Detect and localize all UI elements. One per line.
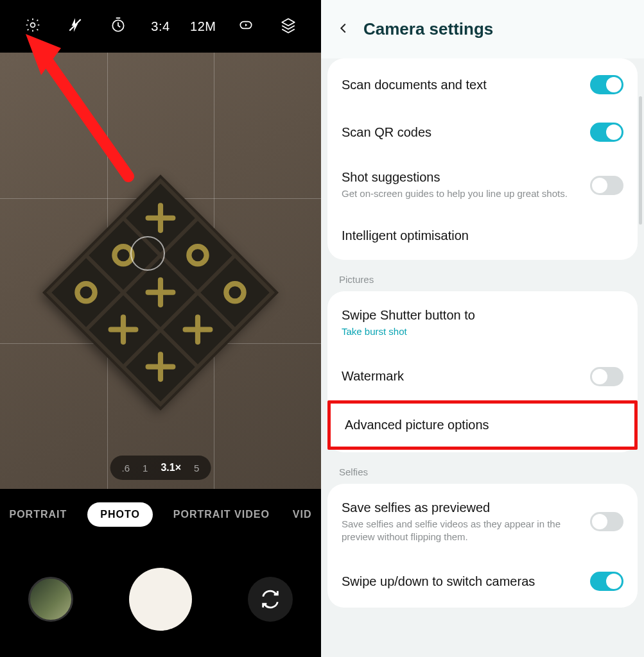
row-subtitle: Save selfies and selfie videos as they a… xyxy=(342,518,581,544)
row-save-selfies-previewed[interactable]: Save selfies as previewed Save selfies a… xyxy=(327,486,638,558)
shutter-button[interactable] xyxy=(129,568,192,631)
switch-camera-button[interactable] xyxy=(248,577,293,622)
gallery-thumbnail[interactable] xyxy=(28,577,73,622)
section-label-selfies: Selfies xyxy=(321,452,644,484)
shutter-row xyxy=(0,561,321,638)
back-icon[interactable] xyxy=(336,21,351,38)
svg-point-14 xyxy=(74,280,99,305)
section-label-pictures: Pictures xyxy=(321,260,644,291)
row-title: Scan QR codes xyxy=(342,125,581,140)
toggle[interactable] xyxy=(590,572,623,591)
mode-portrait[interactable]: PORTRAIT xyxy=(6,502,69,527)
timer-icon[interactable] xyxy=(102,17,134,37)
row-title: Swipe Shutter button to xyxy=(342,308,623,323)
row-title: Advanced picture options xyxy=(345,418,620,432)
row-title: Shot suggestions xyxy=(342,170,581,185)
svg-point-0 xyxy=(31,22,35,27)
toggle[interactable] xyxy=(590,176,623,195)
toggle[interactable] xyxy=(590,75,623,94)
row-subtitle: Take burst shot xyxy=(342,325,623,338)
settings-group-general: Scan documents and text Scan QR codes Sh… xyxy=(327,58,638,260)
camera-screen: 3:4 12M ​.6 1 3.1× 5 xyxy=(0,0,321,657)
zoom-option-active[interactable]: 3.1× xyxy=(161,462,181,474)
focus-indicator xyxy=(130,236,165,271)
row-scan-qr[interactable]: Scan QR codes xyxy=(327,108,638,156)
row-title: Scan documents and text xyxy=(342,78,581,92)
flash-icon[interactable] xyxy=(59,17,91,37)
row-title: Swipe up/down to switch cameras xyxy=(342,574,581,589)
row-title: Watermark xyxy=(342,369,581,384)
scrollbar[interactable] xyxy=(639,96,642,225)
mode-video-clipped[interactable]: VID xyxy=(290,502,315,527)
row-advanced-picture-options[interactable]: Advanced picture options xyxy=(327,400,638,450)
svg-marker-4 xyxy=(245,23,247,26)
settings-header: Camera settings xyxy=(321,0,644,58)
page-title: Camera settings xyxy=(363,19,493,39)
row-watermark[interactable]: Watermark xyxy=(327,353,638,400)
zoom-option[interactable]: 5 xyxy=(194,463,199,474)
row-shot-suggestions[interactable]: Shot suggestions Get on-screen guides to… xyxy=(327,156,638,214)
row-title: Intelligent optimisation xyxy=(342,228,623,243)
row-scan-documents[interactable]: Scan documents and text xyxy=(327,61,638,108)
mode-portrait-video[interactable]: PORTRAIT VIDEO xyxy=(171,502,272,527)
aspect-ratio-button[interactable]: 3:4 xyxy=(144,19,177,34)
toggle[interactable] xyxy=(590,367,623,386)
row-intelligent-optimisation[interactable]: Intelligent optimisation xyxy=(327,214,638,257)
zoom-control[interactable]: ​.6 1 3.1× 5 xyxy=(110,456,211,480)
mode-photo[interactable]: PHOTO xyxy=(87,502,153,527)
motion-photo-icon[interactable] xyxy=(230,17,262,37)
row-swipe-switch-cameras[interactable]: Swipe up/down to switch cameras xyxy=(327,558,638,605)
camera-viewfinder[interactable]: ​.6 1 3.1× 5 xyxy=(0,53,321,489)
svg-point-8 xyxy=(223,280,248,305)
toggle[interactable] xyxy=(590,123,623,142)
camera-mode-strip[interactable]: PORTRAIT PHOTO PORTRAIT VIDEO VID xyxy=(0,489,321,540)
zoom-option[interactable]: ​.6 xyxy=(122,463,130,474)
settings-gear-icon[interactable] xyxy=(17,17,49,37)
row-swipe-shutter[interactable]: Swipe Shutter button to Take burst shot xyxy=(327,294,638,352)
preview-subject xyxy=(42,175,279,411)
filters-icon[interactable] xyxy=(272,17,304,37)
toggle[interactable] xyxy=(590,512,623,531)
zoom-option[interactable]: 1 xyxy=(143,463,148,474)
row-subtitle: Get on-screen guides to help you line up… xyxy=(342,187,581,200)
megapixel-button[interactable]: 12M xyxy=(187,19,219,34)
row-title: Save selfies as previewed xyxy=(342,500,581,515)
settings-group-selfies: Save selfies as previewed Save selfies a… xyxy=(327,484,638,608)
settings-group-pictures: Swipe Shutter button to Take burst shot … xyxy=(327,291,638,452)
camera-topbar: 3:4 12M xyxy=(0,0,321,53)
camera-settings-screen: Camera settings Scan documents and text … xyxy=(321,0,644,657)
svg-point-7 xyxy=(186,243,211,268)
